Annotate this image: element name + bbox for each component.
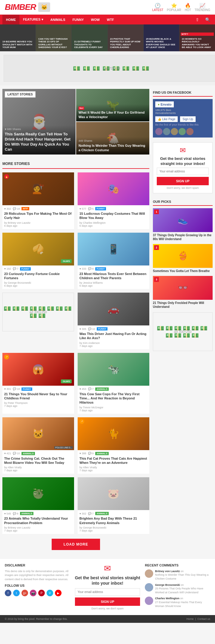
strip-item-3[interactable]: 21 EXTREMELY FUNNY THOUGHTS TO CELEBRATE… [72, 24, 108, 51]
social-twitter[interactable]: t [13, 590, 20, 596]
ad-banner-728: 💵💵💵💵💵💵💵💵 ad 728×90 [0, 51, 215, 85]
story-author-3: by George Brzozowski 6 days ago [4, 281, 72, 287]
footer-newsletter-note: Don't worry, we don't spam [75, 607, 140, 610]
load-more-button[interactable]: LOAD MORE [52, 539, 100, 550]
story-img-8: 🐄 [78, 353, 149, 386]
story-meta-6: ♥ 305💬 10 FUNNY Was This Driver Just Hav… [78, 325, 149, 349]
story-author-11: by Britney von Lausitz 7 days ago [4, 526, 72, 532]
story-card-1[interactable]: 💇 🔥 ♥ 302💬 18 WTF 29 Ridiculous Tips For… [2, 172, 74, 229]
picks-img-3: 👓 [153, 276, 213, 300]
story-card-3[interactable]: 🥠 GLWS ♥ 192💬 7 FUNNY 23 Curiously Funny… [2, 233, 74, 289]
story-card-9[interactable]: 🐱 POLICE LINE D... ♥ 421💬 10 ANIMALS The… [2, 417, 74, 474]
nav-animals[interactable]: ANIMALS [47, 15, 69, 24]
envato-logo: ● Envato [155, 101, 174, 107]
nav-wtf[interactable]: WTF [103, 15, 118, 24]
story-card-11[interactable]: 🦥 ♥ 545💬 8 ANIMALS 23 Animals Who Totall… [2, 477, 74, 534]
search-icon[interactable]: 🔍 [203, 15, 213, 24]
footer-newsletter: ✉ Get the best viral stories straight in… [75, 563, 140, 610]
story-card-7[interactable]: 😱 ↗ GLWS ♥ 301💬 18 FUNNY 21 Things You S… [2, 353, 74, 414]
story-shares-3: ♥ 192💬 7 FUNNY [4, 267, 72, 271]
story-card-10[interactable]: 🐈 ↗ ♥ 388💬 9 ANIMALS This Fat Cat Proves… [78, 417, 149, 474]
header: BIMBER 🐱 🕐 LATEST ⭐ POPULAR 🔥 HOT 📈 TREN… [0, 0, 215, 15]
story-title-12: Brighten Any Bad Day With These 21 Extre… [79, 516, 148, 525]
story-card-2[interactable]: 🎭 ♥ 577💬 5 FUNNY 15 Ludicrous Cosplay Co… [78, 172, 149, 229]
social-youtube[interactable]: ▶ [55, 590, 62, 596]
comment-text-3: Charles Wellington on 27 Essential Makeu… [155, 597, 210, 608]
story-author-8: by Trevor McGregor 7 days ago [79, 406, 148, 412]
strip-item-5[interactable]: 25 BIZARRE BLACK & WHITE MOVIES EVERYONE… [144, 24, 179, 51]
story-img-12: 🐷 [78, 477, 149, 510]
hero-main-title: This Santa Really Can Tell How To Drink … [5, 132, 73, 152]
nav-latest[interactable]: 🕐 LATEST [152, 3, 163, 12]
picks-img-2: 👙 [153, 244, 213, 268]
tag-funny-6: FUNNY [97, 327, 108, 331]
story-title-2: 15 Ludicrous Cosplay Costumes That Will … [79, 211, 148, 220]
hero-chicken-story[interactable]: 🐔 449 Shares Nothing Is Weirder Than Thi… [76, 122, 149, 155]
newsletter-email-input[interactable] [157, 168, 209, 175]
nav-popular[interactable]: ⭐ POPULAR [167, 3, 181, 12]
social-pinterest[interactable]: P [38, 590, 45, 596]
story-meta-1: ♥ 302💬 18 WTF 29 Ridiculous Tips For Mak… [2, 205, 74, 229]
footer-newsletter-title: Get the best viral stories straight into… [75, 575, 140, 586]
footer-email-input[interactable] [75, 588, 140, 596]
latest-stories-section: LATEST STORIES 🎅 ♥ 680 Shares This Santa… [2, 89, 149, 155]
social-googleplus[interactable]: g+ [22, 590, 28, 596]
comment-text-2: George Brzozowski on 25 Pictures That On… [155, 583, 210, 594]
hero-shares: ♥ 680 Shares [5, 128, 73, 131]
strip-item-4[interactable]: 23 PHOTOS THAT PERFECTLY SUM UP HOW YOU … [108, 24, 144, 51]
story-author-7: by Peter Thompson 7 days ago [4, 401, 72, 407]
footer-signup-button[interactable]: SIGN UP [75, 597, 140, 606]
nav-home[interactable]: HOME [2, 15, 19, 24]
story-meta-8: ♥ 453💬 7 ANIMALS This Cow Saw Cops For T… [78, 386, 149, 414]
no-badge: No! [79, 106, 84, 110]
fb-like-button[interactable]: 👍 Like Page [155, 116, 178, 122]
share-icon[interactable]: ⇧ [193, 15, 202, 24]
hero-velociraptor-story[interactable]: 🦖 No! What It Would Be Like If Your Ex G… [76, 89, 149, 121]
ad-300x250-content: 💵💵💵💵💵💵💵💵💵💵 ad 300×250 [2, 293, 74, 331]
story-card-12[interactable]: 🐷 ♥ 302💬 7 ANIMALS Brighten Any Bad Day … [78, 477, 149, 534]
site-logo[interactable]: BIMBER [5, 2, 36, 12]
footer-contact-link[interactable]: Contact us [197, 617, 210, 620]
hot-icon: 🔥 [185, 3, 191, 8]
story-shares-11: ♥ 545💬 8 ANIMALS [4, 512, 72, 515]
social-instagram[interactable]: 📷 [30, 590, 36, 596]
story-author-9: by Allen Viratly 7 days ago [4, 466, 72, 472]
picks-item-3[interactable]: 👓 3 21 Things Only Freckled People Will … [153, 276, 213, 309]
comment-avatar-3 [145, 597, 153, 605]
story-meta-7: ♥ 301💬 18 FUNNY 21 Things You Should Nev… [2, 386, 74, 410]
story-title-7: 21 Things You Should Never Say to Your C… [4, 392, 72, 401]
main-container: LATEST STORIES 🎅 ♥ 680 Shares This Santa… [0, 85, 215, 558]
story-shares-9: ♥ 421💬 10 ANIMALS [4, 452, 72, 455]
picks-number-1: 1 [154, 209, 159, 214]
social-vimeo[interactable]: V [47, 590, 53, 596]
latest-icon: 🕐 [152, 3, 163, 8]
picks-item-1[interactable]: 👟 1 37 Things Only People Growing Up in … [153, 208, 213, 241]
picks-item-2[interactable]: 👙 2 Sometimes You Gotta Let Them Breathe [153, 244, 213, 273]
cat-mascot: 🐱 [38, 2, 50, 12]
tag-animals-10: ANIMALS [95, 452, 108, 455]
story-shares-1: ♥ 302💬 18 WTF [4, 207, 72, 210]
story-author-1: by Britney von Lausitz 6 days ago [4, 221, 72, 227]
social-facebook[interactable]: f [5, 590, 11, 596]
nav-funny[interactable]: FUNNY [69, 15, 87, 24]
story-card-8[interactable]: 🐄 ♥ 453💬 7 ANIMALS This Cow Saw Cops For… [78, 353, 149, 414]
story-meta-4: ♥ 333💬 8 FUNNY 23 Most Hilarious Texts E… [78, 265, 149, 289]
strip-item-2[interactable]: CAN YOU GET THROUGH THESE 23 GFS OF GORI… [36, 24, 72, 51]
footer-links: Home | Contact us [187, 617, 210, 620]
nav-trending[interactable]: 📈 TRENDING [195, 3, 210, 12]
nav-features[interactable]: FEATURES ▾ [19, 15, 47, 24]
newsletter-signup-button[interactable]: SIGN UP [157, 177, 209, 185]
footer-comments: RECENT COMMENTS Britney von Lausitz on N… [145, 563, 210, 610]
nav-wow[interactable]: WOW [87, 15, 103, 24]
story-card-6[interactable]: 🚗 ♥ 305💬 10 FUNNY Was This Driver Just H… [78, 293, 149, 349]
hero-main-story[interactable]: 🎅 ♥ 680 Shares This Santa Really Can Tel… [2, 89, 76, 155]
story-title-9: The Crime Solving Cat. Check Out The Mos… [4, 456, 72, 465]
nav-hot[interactable]: 🔥 HOT [185, 3, 191, 12]
disclaimer-text: This demo site is only for demonstration… [5, 569, 70, 582]
strip-item-1[interactable]: 19 BIZARRE MOVIES YOU SHOULDN'T WATCH WI… [0, 24, 36, 51]
fb-signup-button[interactable]: Sign Up [180, 116, 196, 122]
story-card-4[interactable]: 📱 ♥ 333💬 8 FUNNY 23 Most Hilarious Texts… [78, 233, 149, 289]
footer-home-link[interactable]: Home [187, 617, 194, 620]
recent-comments-title: RECENT COMMENTS [145, 563, 210, 567]
strip-item-6[interactable]: WTF? 23 MOMENTS SO RIDICULOUSLY AWKWARD … [179, 24, 215, 51]
